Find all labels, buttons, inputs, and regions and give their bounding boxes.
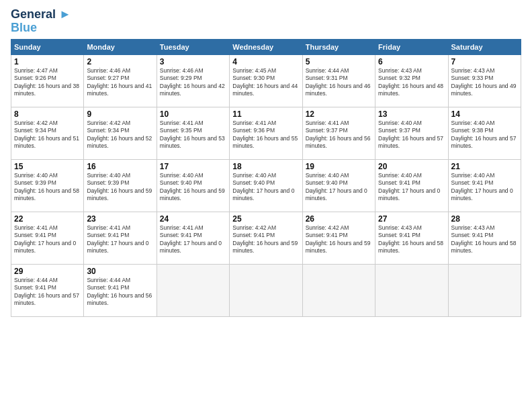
day-number: 30 [87, 267, 153, 276]
calendar-cell-day-8: 8Sunrise: 4:42 AMSunset: 9:34 PMDaylight… [11, 107, 84, 159]
cell-info: Sunrise: 4:40 AMSunset: 9:41 PMDaylight:… [451, 172, 518, 203]
calendar-week-3: 22Sunrise: 4:41 AMSunset: 9:41 PMDayligh… [11, 212, 521, 264]
calendar-header-monday: Monday [84, 39, 157, 54]
calendar-cell-day-3: 3Sunrise: 4:46 AMSunset: 9:29 PMDaylight… [157, 54, 229, 107]
calendar-week-2: 15Sunrise: 4:40 AMSunset: 9:39 PMDayligh… [11, 159, 521, 212]
cell-info: Sunrise: 4:43 AMSunset: 9:32 PMDaylight:… [378, 67, 445, 98]
cell-info: Sunrise: 4:41 AMSunset: 9:41 PMDaylight:… [160, 224, 226, 255]
day-number: 7 [451, 57, 518, 66]
calendar-header-friday: Friday [375, 39, 448, 54]
calendar-cell-day-12: 12Sunrise: 4:41 AMSunset: 9:37 PMDayligh… [302, 107, 375, 159]
calendar-cell-day-16: 16Sunrise: 4:40 AMSunset: 9:39 PMDayligh… [84, 159, 157, 212]
cell-info: Sunrise: 4:41 AMSunset: 9:37 PMDaylight:… [306, 120, 372, 150]
day-number: 23 [87, 214, 153, 224]
calendar-cell-day-2: 2Sunrise: 4:46 AMSunset: 9:27 PMDaylight… [84, 54, 157, 107]
calendar-cell-day-5: 5Sunrise: 4:44 AMSunset: 9:31 PMDaylight… [302, 54, 375, 107]
day-number: 8 [14, 109, 81, 119]
cell-info: Sunrise: 4:44 AMSunset: 9:41 PMDaylight:… [87, 277, 153, 308]
cell-info: Sunrise: 4:41 AMSunset: 9:36 PMDaylight:… [232, 120, 299, 150]
calendar-cell-day-28: 28Sunrise: 4:43 AMSunset: 9:41 PMDayligh… [448, 212, 521, 264]
calendar-cell-day-15: 15Sunrise: 4:40 AMSunset: 9:39 PMDayligh… [11, 159, 84, 212]
logo: General ► Blue [11, 8, 71, 35]
day-number: 1 [14, 57, 81, 66]
calendar-header-sunday: Sunday [11, 39, 84, 54]
calendar-cell-day-21: 21Sunrise: 4:40 AMSunset: 9:41 PMDayligh… [448, 159, 521, 212]
calendar-cell-day-4: 4Sunrise: 4:45 AMSunset: 9:30 PMDaylight… [230, 54, 302, 107]
cell-info: Sunrise: 4:41 AMSunset: 9:41 PMDaylight:… [14, 224, 81, 255]
logo-blue: ► [56, 7, 71, 21]
day-number: 10 [160, 109, 226, 119]
day-number: 19 [306, 162, 372, 171]
day-number: 22 [14, 214, 81, 224]
cell-info: Sunrise: 4:40 AMSunset: 9:39 PMDaylight:… [14, 172, 81, 203]
calendar-cell-empty [230, 264, 302, 316]
cell-info: Sunrise: 4:40 AMSunset: 9:38 PMDaylight:… [451, 120, 518, 150]
calendar-cell-day-22: 22Sunrise: 4:41 AMSunset: 9:41 PMDayligh… [11, 212, 84, 264]
calendar-cell-day-26: 26Sunrise: 4:42 AMSunset: 9:41 PMDayligh… [302, 212, 375, 264]
cell-info: Sunrise: 4:40 AMSunset: 9:40 PMDaylight:… [160, 172, 226, 203]
day-number: 18 [232, 162, 299, 171]
calendar-header-tuesday: Tuesday [157, 39, 229, 54]
header: General ► Blue [11, 8, 521, 35]
calendar-week-0: 1Sunrise: 4:47 AMSunset: 9:26 PMDaylight… [11, 54, 521, 107]
calendar-cell-day-6: 6Sunrise: 4:43 AMSunset: 9:32 PMDaylight… [375, 54, 448, 107]
cell-info: Sunrise: 4:46 AMSunset: 9:29 PMDaylight:… [160, 67, 226, 98]
day-number: 21 [451, 162, 518, 171]
calendar-week-1: 8Sunrise: 4:42 AMSunset: 9:34 PMDaylight… [11, 107, 521, 159]
day-number: 17 [160, 162, 226, 171]
day-number: 9 [87, 109, 153, 119]
day-number: 14 [451, 109, 518, 119]
calendar-cell-day-13: 13Sunrise: 4:40 AMSunset: 9:37 PMDayligh… [375, 107, 448, 159]
day-number: 13 [378, 109, 445, 119]
calendar-cell-empty [157, 264, 229, 316]
cell-info: Sunrise: 4:40 AMSunset: 9:40 PMDaylight:… [232, 172, 299, 203]
day-number: 25 [232, 214, 299, 224]
calendar-header-wednesday: Wednesday [230, 39, 302, 54]
cell-info: Sunrise: 4:40 AMSunset: 9:40 PMDaylight:… [306, 172, 372, 203]
day-number: 2 [87, 57, 153, 66]
cell-info: Sunrise: 4:42 AMSunset: 9:34 PMDaylight:… [14, 120, 81, 150]
cell-info: Sunrise: 4:44 AMSunset: 9:41 PMDaylight:… [14, 277, 81, 308]
day-number: 26 [306, 214, 372, 224]
calendar-header-row: SundayMondayTuesdayWednesdayThursdayFrid… [11, 39, 521, 54]
calendar-cell-day-1: 1Sunrise: 4:47 AMSunset: 9:26 PMDaylight… [11, 54, 84, 107]
day-number: 4 [232, 57, 299, 66]
cell-info: Sunrise: 4:46 AMSunset: 9:27 PMDaylight:… [87, 67, 153, 98]
calendar-cell-day-23: 23Sunrise: 4:41 AMSunset: 9:41 PMDayligh… [84, 212, 157, 264]
cell-info: Sunrise: 4:44 AMSunset: 9:31 PMDaylight:… [306, 67, 372, 98]
calendar-cell-day-9: 9Sunrise: 4:42 AMSunset: 9:34 PMDaylight… [84, 107, 157, 159]
calendar-cell-day-19: 19Sunrise: 4:40 AMSunset: 9:40 PMDayligh… [302, 159, 375, 212]
day-number: 28 [451, 214, 518, 224]
day-number: 24 [160, 214, 226, 224]
calendar-header-thursday: Thursday [302, 39, 375, 54]
cell-info: Sunrise: 4:42 AMSunset: 9:41 PMDaylight:… [306, 224, 372, 255]
calendar-cell-day-24: 24Sunrise: 4:41 AMSunset: 9:41 PMDayligh… [157, 212, 229, 264]
logo-text: General ► [11, 8, 71, 21]
logo-blue-text: Blue [11, 21, 71, 35]
calendar-cell-day-29: 29Sunrise: 4:44 AMSunset: 9:41 PMDayligh… [11, 264, 84, 316]
day-number: 27 [378, 214, 445, 224]
day-number: 11 [232, 109, 299, 119]
calendar-cell-day-25: 25Sunrise: 4:42 AMSunset: 9:41 PMDayligh… [230, 212, 302, 264]
cell-info: Sunrise: 4:41 AMSunset: 9:41 PMDaylight:… [87, 224, 153, 255]
cell-info: Sunrise: 4:45 AMSunset: 9:30 PMDaylight:… [232, 67, 299, 98]
day-number: 12 [306, 109, 372, 119]
page: General ► Blue SundayMondayTuesdayWednes… [0, 0, 532, 411]
day-number: 6 [378, 57, 445, 66]
calendar-cell-day-14: 14Sunrise: 4:40 AMSunset: 9:38 PMDayligh… [448, 107, 521, 159]
cell-info: Sunrise: 4:43 AMSunset: 9:41 PMDaylight:… [378, 224, 445, 255]
cell-info: Sunrise: 4:43 AMSunset: 9:33 PMDaylight:… [451, 67, 518, 98]
day-number: 3 [160, 57, 226, 66]
calendar-cell-day-27: 27Sunrise: 4:43 AMSunset: 9:41 PMDayligh… [375, 212, 448, 264]
calendar-cell-day-20: 20Sunrise: 4:40 AMSunset: 9:41 PMDayligh… [375, 159, 448, 212]
calendar-week-4: 29Sunrise: 4:44 AMSunset: 9:41 PMDayligh… [11, 264, 521, 316]
calendar-cell-empty [302, 264, 375, 316]
day-number: 15 [14, 162, 81, 171]
day-number: 5 [306, 57, 372, 66]
calendar-cell-day-10: 10Sunrise: 4:41 AMSunset: 9:35 PMDayligh… [157, 107, 229, 159]
cell-info: Sunrise: 4:43 AMSunset: 9:41 PMDaylight:… [451, 224, 518, 255]
calendar-cell-day-18: 18Sunrise: 4:40 AMSunset: 9:40 PMDayligh… [230, 159, 302, 212]
calendar: SundayMondayTuesdayWednesdayThursdayFrid… [11, 39, 521, 317]
cell-info: Sunrise: 4:40 AMSunset: 9:37 PMDaylight:… [378, 120, 445, 150]
cell-info: Sunrise: 4:42 AMSunset: 9:34 PMDaylight:… [87, 120, 153, 150]
